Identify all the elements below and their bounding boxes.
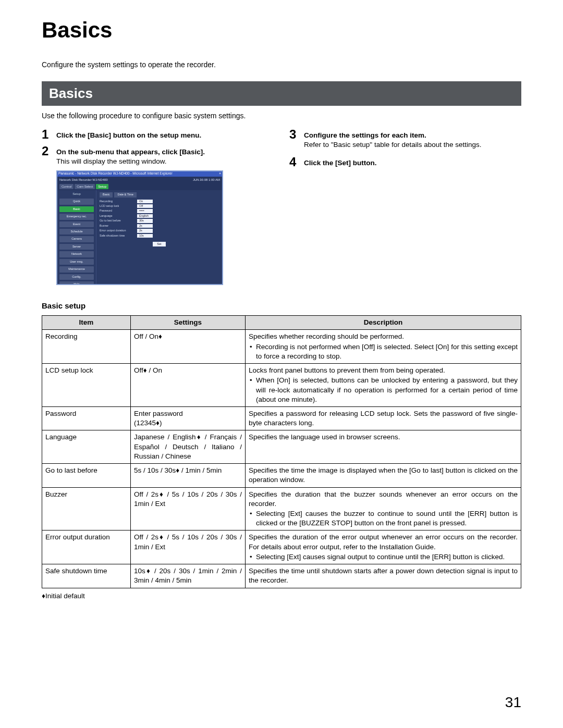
settings-line: 10s♦ / 20s / 30s / 1min / 2min / 3min / …	[134, 567, 242, 584]
settings-line: Enter password	[134, 410, 183, 417]
desc-bullet: Selecting [Ext] causes signal output to …	[249, 552, 518, 562]
table-row: Password Enter password (12345♦) Specifi…	[42, 407, 521, 430]
go-last-select[interactable]: 30s	[137, 219, 153, 223]
cell-settings: 10s♦ / 20s / 30s / 1min / 2min / 3min / …	[131, 564, 246, 588]
step-number: 3	[289, 128, 304, 141]
side-schedule[interactable]: Schedule	[59, 229, 94, 235]
field-label: LCD setup lock	[100, 204, 137, 208]
side-basic[interactable]: Basic	[59, 206, 94, 212]
error-output-select[interactable]: 2s	[137, 229, 153, 232]
lcd-lock-select[interactable]: Off	[137, 204, 153, 208]
col-description: Description	[246, 316, 521, 330]
subtab-basic[interactable]: Basic	[100, 192, 113, 197]
buzzer-select[interactable]: 2s	[137, 224, 153, 228]
settings-screenshot: Panasonic - Network Disk Recorder WJ-ND4…	[56, 170, 223, 285]
table-row: Recording Off / On♦ Specifies whether re…	[42, 330, 521, 364]
cell-settings: 5s / 10s / 30s♦ / 1min / 5min	[131, 464, 246, 487]
cell-description: Specifies the language used in browser s…	[246, 430, 521, 464]
table-row: Language Japanese / English♦ / Français …	[42, 430, 521, 464]
basic-setup-table: Item Settings Description Recording Off …	[42, 315, 521, 588]
cell-description: Specifies the duration of the error outp…	[246, 530, 521, 564]
settings-line: Off / 2s♦ / 5s / 10s / 20s / 30s / 1min …	[134, 490, 242, 508]
table-title: Basic setup	[42, 301, 521, 311]
desc-bullet: When [On] is selected, buttons can be un…	[249, 376, 518, 404]
language-select[interactable]: English	[137, 214, 153, 218]
cell-item: Safe shutdown time	[42, 564, 131, 588]
field-label: Buzzer	[100, 224, 137, 228]
tab-setup[interactable]: Setup	[96, 184, 108, 189]
tab-cam-select[interactable]: Cam Select	[75, 184, 95, 189]
brand-label: Network Disk Recorder WJ-ND400	[59, 178, 108, 182]
cell-description: Specifies the time until shutdown starts…	[246, 564, 521, 588]
step-3: 3 Configure the settings for each item. …	[289, 128, 521, 150]
window-title: Panasonic - Network Disk Recorder WJ-ND4…	[58, 171, 173, 177]
cell-settings: Off / 2s♦ / 5s / 10s / 20s / 30s / 1min …	[131, 530, 246, 564]
side-quick[interactable]: Quick	[59, 199, 94, 204]
subtab-datetime[interactable]: Date & Time	[114, 192, 136, 197]
safe-shutdown-select[interactable]: 10s	[137, 234, 153, 238]
cell-description: Specifies the duration that the buzzer s…	[246, 487, 521, 530]
desc-bullet: Recording is not performed when [Off] is…	[249, 342, 518, 361]
settings-line: Japanese / English♦ / Français / Español…	[134, 433, 242, 460]
col-settings: Settings	[131, 316, 246, 330]
desc-text: Specifies the time until shutdown starts…	[249, 566, 518, 585]
recording-select[interactable]: On	[137, 200, 153, 203]
settings-line: Off / 2s♦ / 5s / 10s / 20s / 30s / 1min …	[134, 533, 242, 550]
step-4: 4 Click the [Set] button.	[289, 156, 521, 168]
side-server[interactable]: Server	[59, 244, 94, 250]
cell-item: Error output duration	[42, 530, 131, 564]
field-label: Password	[100, 209, 137, 213]
footnote: ♦Initial default	[42, 591, 521, 601]
settings-line: (12345♦)	[134, 419, 162, 427]
side-event[interactable]: Event	[59, 221, 94, 227]
desc-text: Specifies the duration of the error outp…	[249, 533, 518, 551]
step-2: 2 On the sub-menu that appears, click [B…	[42, 145, 274, 166]
side-config[interactable]: Config.	[59, 274, 94, 280]
step-number: 4	[289, 156, 304, 168]
desc-bullet: Selecting [Ext] causes the buzzer to con…	[249, 509, 518, 528]
intro-text: Configure the system settings to operate…	[42, 60, 521, 70]
step-2-bold: On the sub-menu that appears, click [Bas…	[56, 148, 205, 156]
side-camera[interactable]: Camera	[59, 236, 94, 242]
desc-text: Specifies the language used in browser s…	[249, 433, 518, 442]
table-row: Safe shutdown time 10s♦ / 20s / 30s / 1m…	[42, 564, 521, 588]
cell-settings: Enter password (12345♦)	[131, 407, 246, 430]
tab-control[interactable]: Control	[59, 184, 74, 189]
section-banner: Basics	[42, 81, 521, 106]
field-label: Go to last before	[100, 219, 137, 223]
field-label: Language	[100, 214, 137, 218]
side-help[interactable]: Help	[59, 281, 94, 285]
step-number: 1	[42, 128, 56, 141]
side-emergency[interactable]: Emergency rec.	[59, 214, 94, 219]
cell-settings: Off / On♦	[131, 330, 246, 364]
step-1: 1 Click the [Basic] button on the setup …	[42, 128, 274, 141]
left-column: 1 Click the [Basic] button on the setup …	[42, 128, 274, 285]
step-1-bold: Click the [Basic] button on the setup me…	[56, 131, 201, 139]
table-row: Error output duration Off / 2s♦ / 5s / 1…	[42, 530, 521, 564]
cell-item: Recording	[42, 330, 131, 364]
cell-item: Password	[42, 407, 131, 430]
cell-item: Language	[42, 430, 131, 464]
step-3-plain: Refer to "Basic setup" table for details…	[304, 141, 482, 149]
step-number: 2	[42, 145, 56, 157]
cell-description: Specifies whether recording should be pe…	[246, 330, 521, 364]
cell-settings: Off♦ / On	[131, 364, 246, 407]
window-titlebar: Panasonic - Network Disk Recorder WJ-ND4…	[57, 171, 222, 177]
side-menu-title: Setup	[59, 192, 94, 196]
cell-description: Specifies a password for releasing LCD s…	[246, 407, 521, 430]
step-4-bold: Click the [Set] button.	[304, 159, 377, 167]
steps-columns: 1 Click the [Basic] button on the setup …	[42, 128, 521, 285]
side-network[interactable]: Network	[59, 251, 94, 257]
table-row: LCD setup lock Off♦ / On Locks front pan…	[42, 364, 521, 407]
page-number: 31	[505, 693, 521, 712]
datetime-label: JUN.30.08 1:00 AM	[193, 178, 220, 182]
step-2-plain: This will display the setting window.	[56, 157, 167, 165]
side-user-mng[interactable]: User mng.	[59, 259, 94, 265]
side-maintenance[interactable]: Maintenance	[59, 266, 94, 272]
cell-description: Locks front panel buttons to prevent the…	[246, 364, 521, 407]
cell-settings: Japanese / English♦ / Français / Español…	[131, 430, 246, 464]
table-row: Go to last before 5s / 10s / 30s♦ / 1min…	[42, 464, 521, 487]
password-input[interactable]: •••••	[137, 209, 153, 213]
set-button[interactable]: Set	[153, 242, 165, 246]
side-menu: Setup Quick Basic Emergency rec. Event S…	[57, 190, 96, 284]
